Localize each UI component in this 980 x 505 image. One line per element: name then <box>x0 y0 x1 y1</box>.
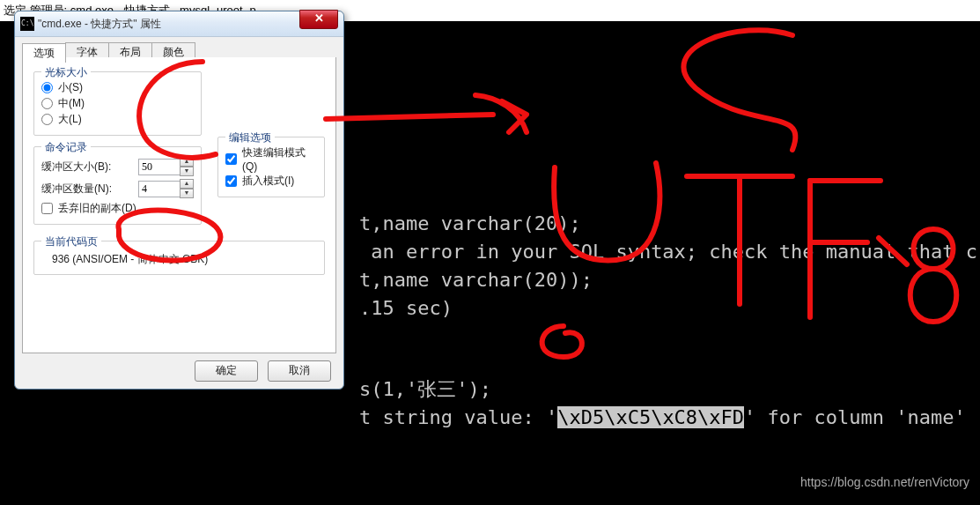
discard-old-label: 丢弃旧的副本(D) <box>58 201 136 216</box>
buffer-count-input[interactable] <box>138 181 181 197</box>
discard-old-checkbox[interactable]: 丢弃旧的副本(D) <box>41 201 194 216</box>
properties-dialog: "cmd.exe - 快捷方式" 属性 ✕ 选项 字体 布局 颜色 光标大小 小… <box>14 11 344 390</box>
cancel-button[interactable]: 取消 <box>268 360 331 382</box>
spin-up-icon[interactable]: ▲ <box>180 157 194 167</box>
group-codepage: 当前代码页 936 (ANSI/OEM - 简体中文 GBK) <box>33 241 325 275</box>
group-cursor-size: 光标大小 小(S) 中(M) 大(L) <box>33 71 202 136</box>
term-line-6-pre: t string value: ' <box>359 406 557 428</box>
tab-pane-options: 光标大小 小(S) 中(M) 大(L) 命令记录 缓冲区大小(B): ▲▼ <box>22 57 336 353</box>
dialog-buttons: 确定 取消 <box>15 360 343 382</box>
buffer-size-input[interactable] <box>138 159 181 175</box>
term-line-6-post: ' for column 'name' <box>744 406 966 428</box>
group-command-history: 命令记录 缓冲区大小(B): ▲▼ 缓冲区数量(N): ▲▼ <box>33 146 202 225</box>
buffer-count-spinner[interactable]: ▲▼ <box>138 179 194 198</box>
close-button[interactable]: ✕ <box>299 10 338 29</box>
term-line-2: an error in your SQL syntax; check the m… <box>359 241 977 263</box>
radio-large-label: 大(L) <box>58 112 82 127</box>
group-cursor-legend: 光标大小 <box>41 65 91 80</box>
term-line-6-highlight: \xD5\xC5\xC8\xFD <box>557 406 744 428</box>
radio-medium-label: 中(M) <box>58 96 85 111</box>
buffer-count-label: 缓冲区数量(N): <box>41 182 138 197</box>
codepage-value: 936 (ANSI/OEM - 简体中文 GBK) <box>52 252 317 267</box>
insert-mode-input[interactable] <box>225 175 237 187</box>
tab-options[interactable]: 选项 <box>22 43 66 63</box>
radio-medium-input[interactable] <box>41 98 53 109</box>
term-line-4: .15 sec) <box>359 297 453 319</box>
buffer-size-label: 缓冲区大小(B): <box>41 160 138 175</box>
radio-large[interactable]: 大(L) <box>41 112 194 127</box>
spin-up-icon[interactable]: ▲ <box>180 179 194 189</box>
ok-button[interactable]: 确定 <box>195 360 258 382</box>
insert-mode-label: 插入模式(I) <box>242 174 294 189</box>
dialog-title-text: "cmd.exe - 快捷方式" 属性 <box>38 18 161 30</box>
insert-mode-checkbox[interactable]: 插入模式(I) <box>225 174 317 189</box>
term-line-3: t,name varchar(20)); <box>359 269 593 291</box>
tab-options-label: 选项 <box>33 47 55 59</box>
close-icon: ✕ <box>314 11 324 25</box>
tab-font-label: 字体 <box>77 46 98 58</box>
spin-down-icon[interactable]: ▼ <box>180 189 194 198</box>
watermark: https://blog.csdn.net/renVictory <box>800 468 969 496</box>
radio-small-input[interactable] <box>41 82 53 93</box>
tab-colors-label: 颜色 <box>163 46 184 58</box>
discard-old-input[interactable] <box>41 203 53 214</box>
term-line-1: t,name varchar(20); <box>359 212 581 234</box>
radio-small-label: 小(S) <box>58 80 83 95</box>
radio-small[interactable]: 小(S) <box>41 80 194 95</box>
tab-layout-label: 布局 <box>120 46 141 58</box>
group-codepage-legend: 当前代码页 <box>41 234 101 249</box>
group-edit-options: 编辑选项 快速编辑模式(Q) 插入模式(I) <box>217 137 325 197</box>
ok-label: 确定 <box>216 364 237 376</box>
quick-edit-label: 快速编辑模式(Q) <box>242 145 317 173</box>
term-line-5: s(1,'张三'); <box>359 378 491 400</box>
buffer-size-spinner[interactable]: ▲▼ <box>138 157 194 176</box>
radio-medium[interactable]: 中(M) <box>41 96 194 111</box>
group-history-legend: 命令记录 <box>41 140 91 155</box>
quick-edit-checkbox[interactable]: 快速编辑模式(Q) <box>225 145 317 173</box>
cmd-icon <box>20 17 34 31</box>
spin-down-icon[interactable]: ▼ <box>180 167 194 176</box>
quick-edit-input[interactable] <box>225 153 237 165</box>
group-edit-legend: 编辑选项 <box>225 130 275 145</box>
radio-large-input[interactable] <box>41 114 53 125</box>
cancel-label: 取消 <box>289 364 310 376</box>
dialog-titlebar[interactable]: "cmd.exe - 快捷方式" 属性 ✕ <box>15 11 343 37</box>
